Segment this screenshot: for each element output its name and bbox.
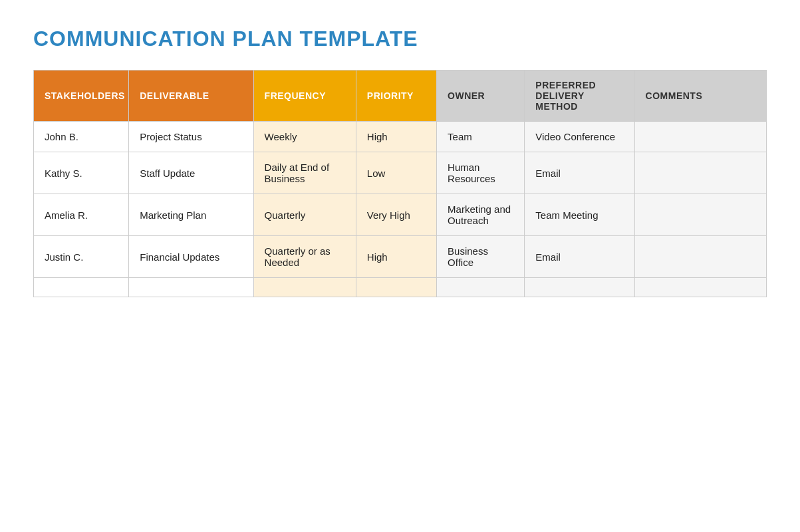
td-stakeholder <box>34 278 129 297</box>
page-title: COMMUNICATION PLAN TEMPLATE <box>33 27 767 51</box>
td-owner <box>437 278 525 297</box>
th-priority: PRIORITY <box>356 70 436 122</box>
td-stakeholder: Kathy S. <box>34 152 129 194</box>
td-stakeholder: John B. <box>34 122 129 152</box>
table-row: Justin C.Financial UpdatesQuarterly or a… <box>34 236 767 278</box>
td-comments <box>634 278 766 297</box>
td-priority: Very High <box>356 194 436 236</box>
td-delivery <box>525 278 634 297</box>
th-stakeholders: STAKEHOLDERS <box>34 70 129 122</box>
table-row <box>34 278 767 297</box>
td-deliverable: Project Status <box>129 122 253 152</box>
td-frequency: Quarterly or as Needed <box>253 236 356 278</box>
td-delivery: Email <box>525 236 634 278</box>
th-owner: OWNER <box>437 70 525 122</box>
td-owner: Marketing and Outreach <box>437 194 525 236</box>
td-deliverable: Financial Updates <box>129 236 253 278</box>
td-frequency: Quarterly <box>253 194 356 236</box>
td-deliverable: Marketing Plan <box>129 194 253 236</box>
td-owner: Business Office <box>437 236 525 278</box>
td-priority <box>356 278 436 297</box>
td-owner: Team <box>437 122 525 152</box>
th-frequency: FREQUENCY <box>253 70 356 122</box>
td-comments <box>634 194 766 236</box>
table-row: Amelia R.Marketing PlanQuarterlyVery Hig… <box>34 194 767 236</box>
td-stakeholder: Justin C. <box>34 236 129 278</box>
th-delivery: PREFERRED DELIVERY METHOD <box>525 70 634 122</box>
td-delivery: Team Meeting <box>525 194 634 236</box>
td-priority: High <box>356 122 436 152</box>
th-comments: COMMENTS <box>634 70 766 122</box>
table-row: John B.Project StatusWeeklyHighTeamVideo… <box>34 122 767 152</box>
td-frequency <box>253 278 356 297</box>
th-deliverable: DELIVERABLE <box>129 70 253 122</box>
td-stakeholder: Amelia R. <box>34 194 129 236</box>
td-priority: High <box>356 236 436 278</box>
communication-table: STAKEHOLDERS DELIVERABLE FREQUENCY PRIOR… <box>33 70 767 297</box>
td-deliverable: Staff Update <box>129 152 253 194</box>
td-delivery: Video Conference <box>525 122 634 152</box>
td-comments <box>634 152 766 194</box>
td-comments <box>634 122 766 152</box>
td-frequency: Daily at End of Business <box>253 152 356 194</box>
td-priority: Low <box>356 152 436 194</box>
table-row: Kathy S.Staff UpdateDaily at End of Busi… <box>34 152 767 194</box>
td-deliverable <box>129 278 253 297</box>
td-owner: Human Resources <box>437 152 525 194</box>
td-frequency: Weekly <box>253 122 356 152</box>
td-delivery: Email <box>525 152 634 194</box>
header-row: STAKEHOLDERS DELIVERABLE FREQUENCY PRIOR… <box>34 70 767 122</box>
td-comments <box>634 236 766 278</box>
